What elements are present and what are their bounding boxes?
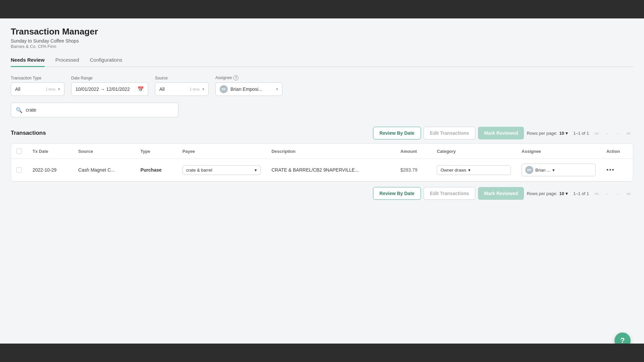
bottom-prev-page-button[interactable]: ‹ [602, 189, 612, 198]
transactions-table: Tx Date Source Type Payee Description Am… [11, 144, 633, 181]
calendar-icon: 📅 [138, 86, 144, 92]
row-assignee-avatar: BE [525, 166, 533, 174]
row-checkbox[interactable] [16, 167, 22, 173]
mark-reviewed-button: Mark Reviewed [478, 127, 524, 139]
col-header-payee: Payee [177, 144, 266, 159]
search-input-wrap: 🔍 [11, 103, 178, 117]
cell-category: Owner draws ▾ [431, 159, 516, 181]
chevron-down-icon: ▾ [58, 87, 60, 92]
transactions-section: Transactions Review By Date Edit Transac… [11, 127, 633, 200]
top-navigation-bar [0, 0, 644, 18]
assignee-select[interactable]: BE Brian Emposi... ▾ [215, 82, 282, 96]
assignee-label: Assignee ? [215, 75, 282, 80]
bottom-first-page-button[interactable]: ⏮ [592, 189, 601, 198]
bottom-toolbar: Review By Date Edit Transactions Mark Re… [11, 187, 633, 200]
chevron-down-icon: ▾ [255, 168, 257, 173]
source-filter: Source All 1 txns ▾ [155, 76, 209, 96]
page-title: Transaction Manager [11, 26, 633, 37]
bottom-rows-per-page-select[interactable]: 10 ▾ [559, 191, 568, 196]
payee-select[interactable]: crate & barrel ▾ [182, 165, 261, 175]
transaction-type-label: Transaction Type [11, 76, 64, 80]
source-select[interactable]: All 1 txns ▾ [155, 82, 209, 96]
source-label: Source [155, 76, 209, 80]
pagination-controls: ⏮ ‹ › ⏭ [592, 128, 633, 138]
chevron-down-icon: ▾ [468, 168, 471, 173]
transactions-header: Transactions Review By Date Edit Transac… [11, 127, 633, 139]
search-input[interactable] [26, 107, 173, 113]
bottom-pagination-info: 1–1 of 1 [573, 191, 589, 196]
date-range-filter: Date Range 10/01/2022 → 12/01/2022 📅 [71, 76, 148, 96]
chevron-down-icon: ▾ [552, 168, 555, 173]
bottom-last-page-button[interactable]: ⏭ [624, 189, 633, 198]
cell-tx-date: 2022-10-29 [27, 159, 73, 181]
tab-configurations[interactable]: Configurations [90, 57, 122, 67]
assignee-filter: Assignee ? BE Brian Emposi... ▾ [215, 75, 282, 96]
prev-page-button[interactable]: ‹ [602, 128, 612, 138]
transactions-title: Transactions [11, 130, 46, 136]
chevron-down-icon: ▾ [566, 131, 568, 136]
table-row: 2022-10-29 Cash Magnet C... Purchase cra… [11, 159, 633, 181]
chevron-down-icon: ▾ [566, 191, 568, 196]
tab-needs-review[interactable]: Needs Review [11, 57, 45, 67]
review-by-date-button[interactable]: Review By Date [373, 127, 421, 139]
bottom-mark-reviewed-button: Mark Reviewed [478, 187, 524, 200]
tab-processed[interactable]: Processed [55, 57, 79, 67]
first-page-button[interactable]: ⏮ [592, 128, 601, 138]
bottom-rows-per-page-control: Rows per page: 10 ▾ [527, 191, 568, 196]
select-all-checkbox[interactable] [16, 148, 22, 154]
assignee-help-icon[interactable]: ? [233, 75, 238, 80]
pagination-info: 1–1 of 1 [573, 131, 589, 136]
edit-transactions-button[interactable]: Edit Transactions [424, 127, 476, 139]
row-assignee-select[interactable]: BE Brian ... ▾ [522, 164, 596, 176]
bottom-edit-transactions-button[interactable]: Edit Transactions [424, 187, 476, 200]
col-header-assignee: Assignee [516, 144, 601, 159]
cell-type: Purchase [135, 159, 177, 181]
page-header: Transaction Manager Sunday to Sunday Cof… [11, 26, 633, 49]
firm-name: Barnes & Co. CPA Firm [11, 44, 633, 49]
transaction-type-filter: Transaction Type All 1 txns ▾ [11, 76, 64, 96]
cell-description: CRATE & BARREL/CB2 9NAPERVILLE... [266, 159, 395, 181]
cell-action: ••• [601, 159, 633, 181]
date-range-label: Date Range [71, 76, 148, 80]
company-name: Sunday to Sunday Coffee Shops [11, 38, 633, 44]
row-checkbox-cell [11, 159, 27, 181]
chevron-down-icon: ▾ [202, 87, 204, 92]
bottom-pagination-controls: ⏮ ‹ › ⏭ [592, 189, 633, 198]
search-bar: 🔍 [11, 103, 633, 117]
toolbar-right: Review By Date Edit Transactions Mark Re… [373, 127, 633, 139]
col-header-source: Source [73, 144, 135, 159]
bottom-next-page-button[interactable]: › [613, 189, 623, 198]
col-header-tx-date: Tx Date [27, 144, 73, 159]
assignee-avatar: BE [220, 85, 228, 93]
select-all-header [11, 144, 27, 159]
cell-payee: crate & barrel ▾ [177, 159, 266, 181]
transaction-type-select[interactable]: All 1 txns ▾ [11, 82, 64, 96]
transactions-table-wrap: Tx Date Source Type Payee Description Am… [11, 143, 633, 182]
col-header-category: Category [431, 144, 516, 159]
search-icon: 🔍 [16, 107, 22, 113]
filters-row: Transaction Type All 1 txns ▾ Date Range… [11, 75, 633, 96]
bottom-review-by-date-button[interactable]: Review By Date [373, 187, 421, 200]
bottom-navigation-bar [0, 344, 644, 362]
next-page-button[interactable]: › [613, 128, 623, 138]
col-header-type: Type [135, 144, 177, 159]
col-header-action: Action [601, 144, 633, 159]
cell-amount: $283.79 [395, 159, 432, 181]
rows-per-page-select[interactable]: 10 ▾ [559, 131, 568, 136]
bottom-toolbar-right: Review By Date Edit Transactions Mark Re… [373, 187, 633, 200]
col-header-amount: Amount [395, 144, 432, 159]
category-select[interactable]: Owner draws ▾ [437, 165, 511, 175]
rows-per-page-control: Rows per page: 10 ▾ [527, 131, 568, 136]
cell-assignee: BE Brian ... ▾ [516, 159, 601, 181]
tab-bar: Needs Review Processed Configurations [11, 57, 633, 67]
table-header-row: Tx Date Source Type Payee Description Am… [11, 144, 633, 159]
cell-source: Cash Magnet C... [73, 159, 135, 181]
last-page-button[interactable]: ⏭ [624, 128, 633, 138]
action-menu-button[interactable]: ••• [606, 167, 615, 173]
col-header-description: Description [266, 144, 395, 159]
chevron-down-icon: ▾ [276, 87, 278, 92]
date-range-select[interactable]: 10/01/2022 → 12/01/2022 📅 [71, 82, 148, 96]
